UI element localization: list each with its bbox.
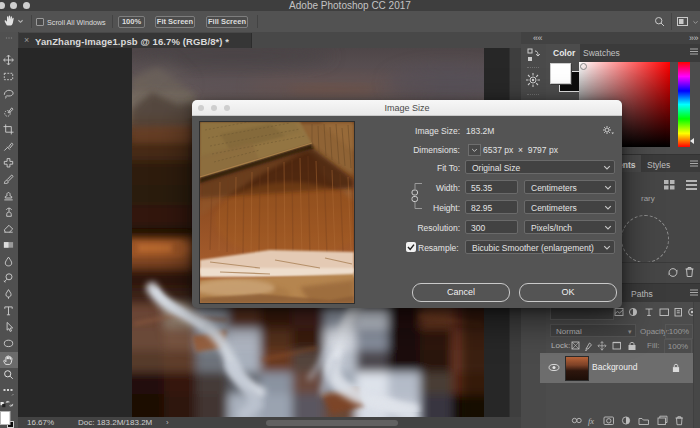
svg-text:fx: fx — [588, 416, 594, 426]
